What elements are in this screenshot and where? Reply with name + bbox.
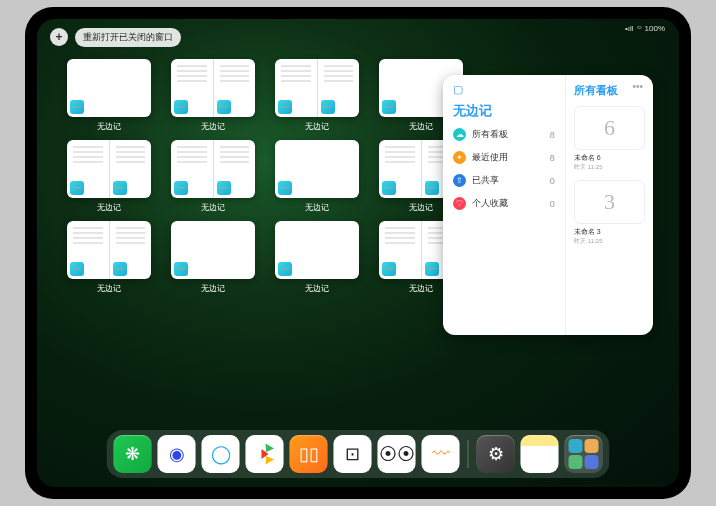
window-label: 无边记 <box>409 121 433 132</box>
wechat-icon[interactable]: ❋ <box>114 435 152 473</box>
window-label: 无边记 <box>305 283 329 294</box>
window-label: 无边记 <box>97 121 121 132</box>
window-label: 无边记 <box>409 283 433 294</box>
freeform-app-icon <box>425 262 439 276</box>
freeform-app-icon <box>382 181 396 195</box>
freeform-app-icon <box>174 262 188 276</box>
window-thumbnail[interactable] <box>275 140 359 198</box>
app-window[interactable]: 无边记 <box>275 221 359 294</box>
window-label: 无边记 <box>305 202 329 213</box>
freeform-app-icon <box>278 262 292 276</box>
app-window[interactable]: 无边记 <box>171 140 255 213</box>
sidebar-item-icon: ☁ <box>453 128 466 141</box>
board-card[interactable]: 6未命名 6昨天 11:25 <box>574 106 645 172</box>
sidebar-item-label: 所有看板 <box>472 128 508 141</box>
window-thumbnail[interactable] <box>275 59 359 117</box>
dock: ❋◉◯▯▯⊡⦿⦿〰⚙ <box>107 430 610 478</box>
quark-icon[interactable]: ◯ <box>202 435 240 473</box>
battery-icon: 100% <box>645 24 665 33</box>
screen: •ıll ⌔ 100% + 重新打开已关闭的窗口 无边记无边记无边记无边记无边记… <box>37 19 679 487</box>
window-thumbnail[interactable] <box>67 59 151 117</box>
signal-icon: •ıll <box>625 24 634 33</box>
app-window[interactable]: 无边记 <box>171 221 255 294</box>
freeform-app-icon <box>174 181 188 195</box>
app-window[interactable]: 无边记 <box>67 140 151 213</box>
board-title: 未命名 3 <box>574 227 645 237</box>
sidebar-item-label: 最近使用 <box>472 151 508 164</box>
sidebar-item[interactable]: ⇪已共享0 <box>453 174 555 187</box>
books-icon[interactable]: ▯▯ <box>290 435 328 473</box>
freeform-app-icon <box>382 262 396 276</box>
reopen-closed-window-button[interactable]: 重新打开已关闭的窗口 <box>75 28 181 47</box>
sidebar-toggle-icon[interactable]: ▢ <box>453 83 555 96</box>
board-subtitle: 昨天 11:25 <box>574 163 645 172</box>
app-window[interactable]: 无边记 <box>275 140 359 213</box>
window-label: 无边记 <box>97 283 121 294</box>
window-thumbnail[interactable] <box>171 140 255 198</box>
sidebar-item-label: 个人收藏 <box>472 197 508 210</box>
window-label: 无边记 <box>97 202 121 213</box>
notes-icon[interactable] <box>521 435 559 473</box>
window-thumbnail[interactable] <box>171 221 255 279</box>
freeform-icon[interactable]: 〰 <box>422 435 460 473</box>
window-label: 无边记 <box>409 202 433 213</box>
add-button[interactable]: + <box>50 28 68 46</box>
freeform-app-icon <box>70 262 84 276</box>
freeform-app-icon <box>425 181 439 195</box>
board-card[interactable]: 3未命名 3昨天 11:25 <box>574 180 645 246</box>
window-label: 无边记 <box>305 121 329 132</box>
freeform-app-icon <box>278 181 292 195</box>
panel-title: 无边记 <box>453 102 555 120</box>
sidebar-item-count: 8 <box>550 130 555 140</box>
board-preview: 3 <box>574 180 645 224</box>
panel-content: 所有看板 6未命名 6昨天 11:253未命名 3昨天 11:25 <box>565 75 653 335</box>
settings-icon[interactable]: ⚙ <box>477 435 515 473</box>
freeform-app-icon <box>217 100 231 114</box>
ipad-frame: •ıll ⌔ 100% + 重新打开已关闭的窗口 无边记无边记无边记无边记无边记… <box>25 7 691 499</box>
board-subtitle: 昨天 11:25 <box>574 237 645 246</box>
window-thumbnail[interactable] <box>171 59 255 117</box>
sidebar-item-label: 已共享 <box>472 174 499 187</box>
window-label: 无边记 <box>201 121 225 132</box>
window-label: 无边记 <box>201 283 225 294</box>
freeform-app-icon <box>321 100 335 114</box>
app-window[interactable]: 无边记 <box>67 221 151 294</box>
freeform-app-icon <box>113 181 127 195</box>
freeform-app-icon <box>113 262 127 276</box>
freeform-app-icon <box>278 100 292 114</box>
sidebar-item-icon: ✦ <box>453 151 466 164</box>
sidebar-item-icon: ♡ <box>453 197 466 210</box>
app-window[interactable]: 无边记 <box>275 59 359 132</box>
freeform-app-icon <box>70 100 84 114</box>
freeform-app-icon <box>382 100 396 114</box>
status-bar: •ıll ⌔ 100% <box>625 24 665 33</box>
sidebar-item-count: 8 <box>550 153 555 163</box>
freeform-panel[interactable]: ••• ▢ 无边记 ☁所有看板8✦最近使用8⇪已共享0♡个人收藏0 所有看板 6… <box>443 75 653 335</box>
freeform-app-icon <box>217 181 231 195</box>
freeform-app-icon <box>70 181 84 195</box>
window-label: 无边记 <box>201 202 225 213</box>
sidebar-item-count: 0 <box>550 199 555 209</box>
window-grid: 无边记无边记无边记无边记无边记无边记无边记无边记无边记无边记无边记无边记 <box>67 59 463 294</box>
more-icon[interactable]: ••• <box>632 81 643 92</box>
quark-hd-icon[interactable]: ◉ <box>158 435 196 473</box>
handoff-icon[interactable]: ⦿⦿ <box>378 435 416 473</box>
app-window[interactable]: 无边记 <box>171 59 255 132</box>
window-thumbnail[interactable] <box>67 140 151 198</box>
window-thumbnail[interactable] <box>275 221 359 279</box>
sidebar-item[interactable]: ♡个人收藏0 <box>453 197 555 210</box>
sidebar-item[interactable]: ☁所有看板8 <box>453 128 555 141</box>
app-window[interactable]: 无边记 <box>67 59 151 132</box>
dice-icon[interactable]: ⊡ <box>334 435 372 473</box>
app-library-icon[interactable] <box>565 435 603 473</box>
iqiyi-icon[interactable] <box>246 435 284 473</box>
board-title: 未命名 6 <box>574 153 645 163</box>
sidebar-item-icon: ⇪ <box>453 174 466 187</box>
sidebar-item[interactable]: ✦最近使用8 <box>453 151 555 164</box>
dock-separator <box>468 440 469 468</box>
window-thumbnail[interactable] <box>67 221 151 279</box>
board-preview: 6 <box>574 106 645 150</box>
wifi-icon: ⌔ <box>637 24 642 33</box>
sidebar-item-count: 0 <box>550 176 555 186</box>
freeform-app-icon <box>174 100 188 114</box>
